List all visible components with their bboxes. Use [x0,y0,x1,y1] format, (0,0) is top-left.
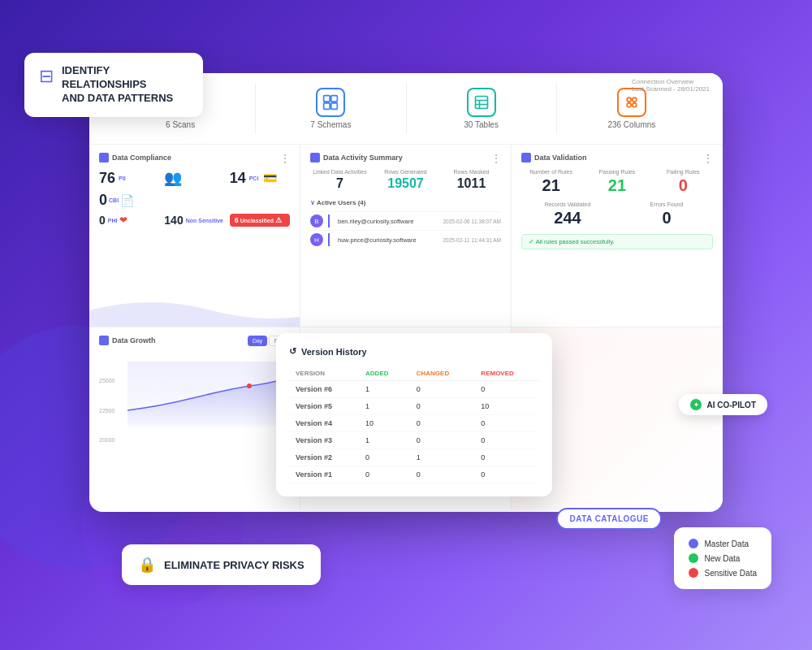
heart-icon: ❤ [119,214,127,226]
activity-metrics: Linked Data Activities 7 Rows Generated … [310,169,501,191]
svg-point-14 [627,103,631,107]
doc-icon: 📄 [120,194,134,207]
validation-row2: Records Validated 244 Errors Found 0 [521,202,713,228]
ai-copilot-badge[interactable]: ✦ AI CO-PILOT [679,394,767,415]
connection-overview-label: Connection Overview Last Scanned - 28/01… [632,78,710,93]
svg-point-16 [247,384,252,388]
chart-svg [127,362,290,427]
warning-icon: ⚠ [275,216,282,224]
vh-row-4: Version #4 10 0 0 [289,415,539,432]
vh-row-3: Version #3 1 0 0 [289,432,539,449]
activity-divider-1 [328,214,330,228]
user-icon-item: 👥 [164,169,224,187]
vh-row-2: Version #2 0 1 0 [289,449,539,466]
legend-sensitive-data: Sensitive Data [689,568,757,578]
lock-icon: 🔒 [138,556,156,574]
vh-popup-table: VERSION ADDED CHANGED REMOVED Version #6… [289,366,539,483]
records-validated-item: Records Validated 244 [521,202,614,228]
svg-rect-6 [324,103,330,109]
ai-icon: ✦ [690,399,702,410]
vh-popup-title: ↺ Version History [289,346,539,357]
validation-panel-title: Data Validation [521,153,713,162]
vh-refresh-icon: ↺ [289,346,296,357]
success-banner: ✓ All rules passed successfully. [521,234,713,249]
vh-col-removed: REMOVED [474,366,539,381]
linked-activities-metric: Linked Data Activities 7 [310,169,369,191]
card-icon: 💳 [263,171,277,184]
unclassified-badge: 6 Unclassified ⚠ [230,214,290,227]
growth-icon [99,336,109,345]
failing-rules-item: Failing Rules 0 [654,169,713,195]
compliance-panel-title: Data Compliance [99,153,290,162]
pii-item: 76 PII [99,169,159,187]
tables-label: 30 Tables [464,120,499,129]
sensitive-data-dot [689,568,698,578]
compliance-row2: 0 PHI ❤ 140 Non Sensitive 6 Unclassified… [99,214,290,227]
columns-label: 236 Columns [607,120,655,129]
eliminate-privacy-callout: 🔒 ELIMINATE PRIVACY RISKS [122,544,321,585]
pci-item: 14 PCI 💳 [230,169,290,187]
schemas-icon [316,88,345,117]
activity-divider-2 [328,233,330,246]
data-activity-panel: Data Activity Summary ⋮ Linked Data Acti… [300,145,512,327]
cbi-item: 0 CBI 📄 [99,192,159,209]
validation-menu[interactable]: ⋮ [703,153,713,164]
chart-y-labels: 25000 22500 20000 [99,378,114,443]
activity-icon [310,153,320,162]
rules-count-item: Number of Rules 21 [521,169,581,195]
schemas-label: 7 Schemas [310,120,351,129]
activity-panel-title: Data Activity Summary [310,153,501,162]
data-compliance-panel: Data Compliance ⋮ 76 PII 👥 14 PCI 💳 0 [89,145,300,327]
schemas-stat: 7 Schemas [256,83,406,134]
compliance-menu[interactable]: ⋮ [280,153,290,164]
vh-row-1: Version #1 0 0 0 [289,466,539,483]
scans-label: 6 Scans [166,120,195,129]
data-validation-panel: Data Validation ⋮ Number of Rules 21 Pas… [512,145,723,327]
svg-rect-7 [331,103,338,109]
chart-area [127,362,290,427]
svg-rect-4 [324,96,330,102]
validation-grid: Number of Rules 21 Passing Rules 21 Fail… [521,169,713,195]
activity-menu[interactable]: ⋮ [491,153,501,164]
eliminate-privacy-text: ELIMINATE PRIVACY RISKS [164,559,304,571]
svg-point-15 [633,103,637,107]
identify-icon: ⊟ [39,66,54,87]
svg-point-12 [627,98,631,102]
vh-col-added: ADDED [359,366,410,381]
user-row-1: B ben.riley@curiosity.software 2025-02-0… [310,211,501,230]
users-icon: 👥 [164,169,182,187]
master-data-dot [689,539,698,548]
phi-item: 0 PHI ❤ [99,214,159,227]
svg-point-13 [633,98,637,102]
toggle-day-btn[interactable]: Day [248,336,267,346]
passing-rules-item: Passing Rules 21 [587,169,646,195]
active-users-header: ∨ Active Users (4) [310,199,501,206]
data-growth-panel: Data Growth Day Pilot 25000 22500 20000 [89,327,300,510]
vh-row-6: Version #6 1 0 0 [289,381,539,398]
tables-stat: 30 Tables [407,83,557,134]
legend-new-data: New Data [689,553,757,563]
identify-relationships-text: IDENTIFY RELATIONSHIPS AND DATA PATTERNS [62,64,188,106]
user-row-2: H huw.price@curiosity.software 2025-02-1… [310,230,501,249]
validation-icon [521,153,531,162]
rows-masked-metric: Rows Masked 1011 [442,169,501,191]
vh-col-changed: CHANGED [410,366,475,381]
rows-generated-metric: Rows Generated 19507 [376,169,435,191]
svg-rect-8 [475,97,487,109]
svg-rect-5 [331,96,338,102]
user-avatar-2: H [310,233,323,246]
legend-card: Master Data New Data Sensitive Data [674,527,771,589]
identify-relationships-callout: ⊟ IDENTIFY RELATIONSHIPS AND DATA PATTER… [24,53,203,117]
non-sensitive-item: 140 Non Sensitive [164,214,224,227]
compliance-wave-decoration [89,294,300,327]
growth-chart: 25000 22500 20000 [99,362,290,510]
vh-row-5: Version #5 1 0 10 [289,398,539,415]
user-avatar-1: B [310,214,323,228]
errors-found-item: Errors Found 0 [620,202,713,228]
legend-master-data: Master Data [689,539,757,548]
data-catalogue-badge[interactable]: DATA CATALOGUE [556,508,662,530]
vh-col-version: VERSION [289,366,359,381]
version-history-popup: ↺ Version History VERSION ADDED CHANGED … [276,333,552,496]
tables-icon [467,88,496,117]
vh-table-header-row: VERSION ADDED CHANGED REMOVED [289,366,539,381]
